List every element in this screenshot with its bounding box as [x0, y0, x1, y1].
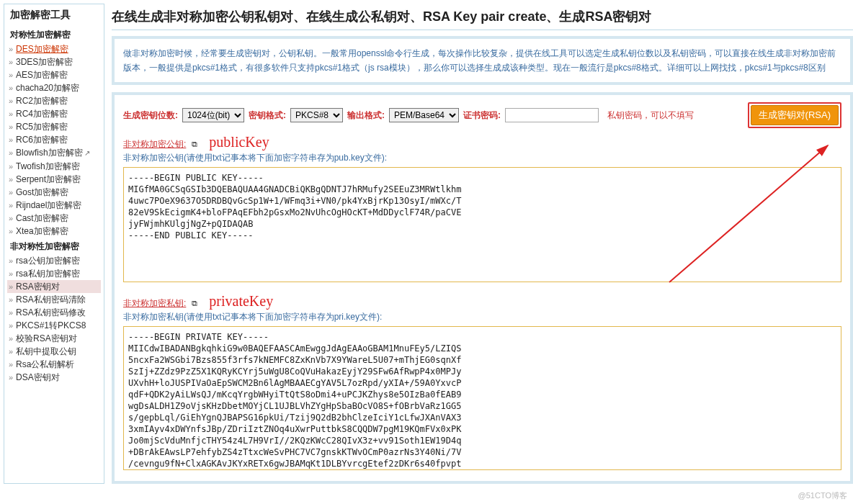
sidebar-item[interactable]: 校验RSA密钥对	[7, 332, 101, 345]
sidebar-group-symmetric: 对称性加密解密 DES加密解密3DES加密解密AES加密解密chacha20加解…	[4, 26, 104, 238]
sidebar-item[interactable]: RC2加密解密	[7, 94, 101, 107]
format-label: 密钥格式:	[249, 109, 286, 122]
private-key-label: 非对称加密私钥:	[123, 297, 186, 310]
sidebar-item[interactable]: rsa公钥加密解密	[7, 254, 101, 267]
sidebar: 加密解密工具 对称性加密解密 DES加密解密3DES加密解密AES加密解密cha…	[4, 4, 104, 484]
public-key-label: 非对称加密公钥:	[123, 138, 186, 150]
sidebar-item[interactable]: RC6加密解密	[7, 133, 101, 146]
sidebar-item-link[interactable]: rsa公钥加密解密	[16, 256, 80, 266]
sidebar-item-link[interactable]: RC6加密解密	[16, 135, 68, 145]
sidebar-item-link[interactable]: Cast加密解密	[16, 213, 68, 223]
sidebar-item-link[interactable]: AES加密解密	[16, 70, 68, 80]
sidebar-item-link[interactable]: RSA私钥密码清除	[16, 294, 86, 305]
sidebar-item-link[interactable]: rsa私钥加密解密	[16, 269, 80, 279]
sidebar-item[interactable]: chacha20加解密	[7, 81, 101, 94]
main-content: 在线生成非对称加密公钥私钥对、在线生成公私钥对、RSA Key pair cre…	[104, 0, 853, 487]
sidebar-item[interactable]: Gost加密解密	[7, 186, 101, 199]
cert-pwd-input[interactable]	[505, 108, 599, 122]
bits-select[interactable]: 1024位(bit)	[182, 108, 244, 122]
key-form-panel: 生成密钥位数: 1024位(bit) 密钥格式: PKCS#8 输出格式: PE…	[112, 92, 853, 484]
sidebar-item[interactable]: RSA密钥对	[7, 280, 101, 293]
sidebar-item-link[interactable]: DES加密解密	[16, 44, 68, 54]
sidebar-item-link[interactable]: Rsa公私钥解析	[16, 359, 74, 369]
sidebar-item-link[interactable]: Serpent加密解密	[16, 174, 81, 184]
sidebar-item[interactable]: RC5加密解密	[7, 120, 101, 133]
sidebar-item[interactable]: DES加密解密	[7, 42, 101, 55]
form-row: 生成密钥位数: 1024位(bit) 密钥格式: PKCS#8 输出格式: PE…	[123, 102, 841, 128]
external-link-icon: ↗	[84, 149, 90, 157]
page-title: 在线生成非对称加密公钥私钥对、在线生成公私钥对、RSA Key pair cre…	[112, 4, 853, 30]
cert-pwd-hint: 私钥密码，可以不填写	[607, 109, 694, 122]
sidebar-item[interactable]: rsa私钥加密解密	[7, 267, 101, 280]
generate-button[interactable]: 生成密钥对(RSA)	[751, 105, 839, 125]
sidebar-item-link[interactable]: RC5加密解密	[16, 122, 68, 132]
private-key-help: 非对称加密私钥(请使用txt记事本将下面加密字符串存为pri.key文件):	[123, 311, 841, 323]
intro-box: 做非对称加密时候，经常要生成密钥对，公钥私钥。一般常用openssl命令行生成，…	[112, 36, 853, 85]
format-select[interactable]: PKCS#8	[290, 108, 343, 122]
sidebar-item[interactable]: RSA私钥密码清除	[7, 293, 101, 306]
output-select[interactable]: PEM/Base64	[389, 108, 459, 122]
sidebar-item[interactable]: Twofish加密解密	[7, 160, 101, 173]
sidebar-item-link[interactable]: RC2加密解密	[16, 96, 68, 106]
sidebar-item[interactable]: Rsa公私钥解析	[7, 358, 101, 371]
sidebar-item-link[interactable]: Gost加密解密	[16, 187, 68, 197]
sidebar-item-link[interactable]: Blowfish加密解密	[16, 148, 83, 158]
cert-pwd-label: 证书密码:	[463, 109, 501, 122]
generate-button-highlight: 生成密钥对(RSA)	[748, 102, 841, 128]
sidebar-item[interactable]: Cast加密解密	[7, 212, 101, 225]
sidebar-item-link[interactable]: RSA私钥密码修改	[16, 307, 86, 318]
sidebar-title: 加密解密工具	[4, 4, 104, 26]
copy-icon[interactable]: ⧉	[192, 299, 197, 308]
sidebar-item[interactable]: DSA密钥对	[7, 371, 101, 384]
sidebar-item-link[interactable]: RC4加密解密	[16, 109, 68, 119]
sidebar-item[interactable]: RC4加密解密	[7, 107, 101, 120]
sidebar-item[interactable]: Blowfish加密解密↗	[7, 146, 101, 160]
sidebar-item[interactable]: 3DES加密解密	[7, 55, 101, 68]
sidebar-item[interactable]: PKCS#1转PKCS8	[7, 319, 101, 332]
sidebar-item[interactable]: Xtea加密解密	[7, 225, 101, 238]
sidebar-item-link[interactable]: Rijndael加密解密	[16, 200, 81, 210]
copy-icon[interactable]: ⧉	[192, 140, 197, 149]
sidebar-item-link[interactable]: Twofish加密解密	[16, 161, 80, 171]
sidebar-item-link[interactable]: RSA密钥对	[16, 282, 60, 292]
sidebar-item-link[interactable]: chacha20加解密	[16, 83, 79, 93]
sidebar-item-link[interactable]: Xtea加密解密	[16, 226, 68, 236]
sidebar-item[interactable]: 私钥中提取公钥	[7, 345, 101, 358]
sidebar-item-link[interactable]: PKCS#1转PKCS8	[16, 320, 86, 330]
sidebar-heading: 非对称性加密解密	[4, 238, 104, 254]
sidebar-item[interactable]: AES加密解密	[7, 68, 101, 81]
private-key-textarea[interactable]	[123, 326, 841, 470]
sidebar-heading: 对称性加密解密	[4, 26, 104, 42]
sidebar-item-link[interactable]: DSA密钥对	[16, 372, 60, 382]
private-key-annotation: privateKey	[209, 293, 273, 310]
sidebar-item-link[interactable]: 校验RSA密钥对	[16, 333, 77, 343]
public-key-help: 非对称加密公钥(请使用txt记事本将下面加密字符串存为pub.key文件):	[123, 152, 841, 164]
output-label: 输出格式:	[347, 109, 385, 122]
bits-label: 生成密钥位数:	[123, 109, 178, 122]
intro-text: 做非对称加密时候，经常要生成密钥对，公钥私钥。一般常用openssl命令行生成，…	[123, 46, 841, 75]
public-key-textarea[interactable]	[123, 167, 841, 282]
sidebar-item[interactable]: Rijndael加密解密	[7, 199, 101, 212]
public-key-annotation: publicKey	[209, 134, 269, 150]
sidebar-item-link[interactable]: 3DES加密解密	[16, 57, 73, 67]
sidebar-item-link[interactable]: 私钥中提取公钥	[16, 346, 76, 356]
sidebar-item[interactable]: RSA私钥密码修改	[7, 306, 101, 319]
sidebar-item[interactable]: Serpent加密解密	[7, 173, 101, 186]
sidebar-group-asymmetric: 非对称性加密解密 rsa公钥加密解密rsa私钥加密解密RSA密钥对RSA私钥密码…	[4, 238, 104, 384]
